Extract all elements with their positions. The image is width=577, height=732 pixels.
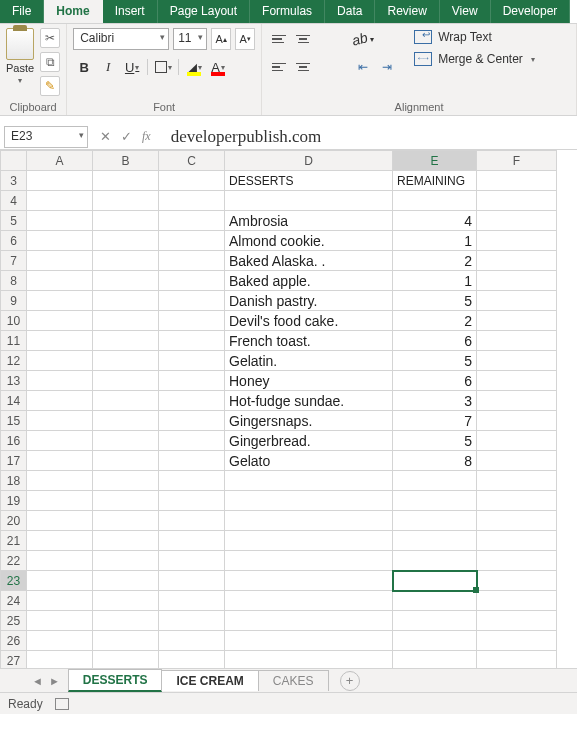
cell-A11[interactable] xyxy=(27,331,93,351)
cell-F4[interactable] xyxy=(477,191,557,211)
cell-F5[interactable] xyxy=(477,211,557,231)
cell-A4[interactable] xyxy=(27,191,93,211)
row-header-10[interactable]: 10 xyxy=(1,311,27,331)
tab-data[interactable]: Data xyxy=(325,0,375,23)
tab-pagelayout[interactable]: Page Layout xyxy=(158,0,250,23)
cell-D12[interactable]: Gelatin. xyxy=(225,351,393,371)
cell-F16[interactable] xyxy=(477,431,557,451)
cell-B21[interactable] xyxy=(93,531,159,551)
cell-F13[interactable] xyxy=(477,371,557,391)
cell-B3[interactable] xyxy=(93,171,159,191)
cell-C24[interactable] xyxy=(159,591,225,611)
cell-E26[interactable] xyxy=(393,631,477,651)
cell-A26[interactable] xyxy=(27,631,93,651)
cell-B5[interactable] xyxy=(93,211,159,231)
cell-A21[interactable] xyxy=(27,531,93,551)
cell-F24[interactable] xyxy=(477,591,557,611)
cell-F21[interactable] xyxy=(477,531,557,551)
cell-B9[interactable] xyxy=(93,291,159,311)
cell-E10[interactable]: 2 xyxy=(393,311,477,331)
cell-C17[interactable] xyxy=(159,451,225,471)
cell-A8[interactable] xyxy=(27,271,93,291)
cell-F22[interactable] xyxy=(477,551,557,571)
tab-developer[interactable]: Developer xyxy=(491,0,571,23)
row-header-16[interactable]: 16 xyxy=(1,431,27,451)
row-header-27[interactable]: 27 xyxy=(1,651,27,669)
cell-C26[interactable] xyxy=(159,631,225,651)
select-all-corner[interactable] xyxy=(1,151,27,171)
cell-C13[interactable] xyxy=(159,371,225,391)
cell-F17[interactable] xyxy=(477,451,557,471)
cell-B7[interactable] xyxy=(93,251,159,271)
font-size-select[interactable]: 11 xyxy=(173,28,207,50)
align-middle-button[interactable] xyxy=(292,28,314,50)
cell-D21[interactable] xyxy=(225,531,393,551)
cell-A12[interactable] xyxy=(27,351,93,371)
cell-C25[interactable] xyxy=(159,611,225,631)
row-header-22[interactable]: 22 xyxy=(1,551,27,571)
orientation-button[interactable]: ab▾ xyxy=(352,28,374,50)
cell-B11[interactable] xyxy=(93,331,159,351)
cell-A13[interactable] xyxy=(27,371,93,391)
cell-D23[interactable] xyxy=(225,571,393,591)
font-name-select[interactable]: Calibri xyxy=(73,28,169,50)
copy-button[interactable]: ⧉ xyxy=(40,52,60,72)
row-header-24[interactable]: 24 xyxy=(1,591,27,611)
cell-C21[interactable] xyxy=(159,531,225,551)
cell-B25[interactable] xyxy=(93,611,159,631)
cell-E17[interactable]: 8 xyxy=(393,451,477,471)
format-painter-button[interactable]: ✎ xyxy=(40,76,60,96)
cell-D20[interactable] xyxy=(225,511,393,531)
italic-button[interactable]: I xyxy=(97,56,119,78)
cell-D5[interactable]: Ambrosia xyxy=(225,211,393,231)
cell-B8[interactable] xyxy=(93,271,159,291)
cell-E9[interactable]: 5 xyxy=(393,291,477,311)
cell-F25[interactable] xyxy=(477,611,557,631)
cell-C3[interactable] xyxy=(159,171,225,191)
cell-C8[interactable] xyxy=(159,271,225,291)
cell-C5[interactable] xyxy=(159,211,225,231)
cell-A10[interactable] xyxy=(27,311,93,331)
cell-C16[interactable] xyxy=(159,431,225,451)
row-header-12[interactable]: 12 xyxy=(1,351,27,371)
cell-C9[interactable] xyxy=(159,291,225,311)
cell-C20[interactable] xyxy=(159,511,225,531)
cut-button[interactable]: ✂ xyxy=(40,28,60,48)
wrap-text-button[interactable]: Wrap Text xyxy=(410,28,539,46)
cell-B27[interactable] xyxy=(93,651,159,669)
cell-D14[interactable]: Hot-fudge sundae. xyxy=(225,391,393,411)
cell-D3[interactable]: DESSERTS xyxy=(225,171,393,191)
cell-D17[interactable]: Gelato xyxy=(225,451,393,471)
cell-A17[interactable] xyxy=(27,451,93,471)
align-right-button[interactable] xyxy=(316,56,338,78)
cell-F26[interactable] xyxy=(477,631,557,651)
cell-E22[interactable] xyxy=(393,551,477,571)
cell-E13[interactable]: 6 xyxy=(393,371,477,391)
row-header-4[interactable]: 4 xyxy=(1,191,27,211)
cell-E4[interactable] xyxy=(393,191,477,211)
cell-F3[interactable] xyxy=(477,171,557,191)
cell-B19[interactable] xyxy=(93,491,159,511)
cell-E7[interactable]: 2 xyxy=(393,251,477,271)
cell-A5[interactable] xyxy=(27,211,93,231)
name-box[interactable]: E23 xyxy=(4,126,88,148)
cell-D19[interactable] xyxy=(225,491,393,511)
cell-A3[interactable] xyxy=(27,171,93,191)
cell-E25[interactable] xyxy=(393,611,477,631)
cell-A27[interactable] xyxy=(27,651,93,669)
border-button[interactable]: ▾ xyxy=(152,56,174,78)
cell-B18[interactable] xyxy=(93,471,159,491)
cell-B4[interactable] xyxy=(93,191,159,211)
cell-E3[interactable]: REMAINING xyxy=(393,171,477,191)
cell-A18[interactable] xyxy=(27,471,93,491)
cell-D4[interactable] xyxy=(225,191,393,211)
row-header-6[interactable]: 6 xyxy=(1,231,27,251)
cancel-formula-button[interactable]: ✕ xyxy=(100,129,111,144)
cell-D9[interactable]: Danish pastry. xyxy=(225,291,393,311)
cell-F9[interactable] xyxy=(477,291,557,311)
col-header-E[interactable]: E xyxy=(393,151,477,171)
cell-D13[interactable]: Honey xyxy=(225,371,393,391)
sheet-tab-cakes[interactable]: CAKES xyxy=(258,670,329,691)
col-header-F[interactable]: F xyxy=(477,151,557,171)
row-header-11[interactable]: 11 xyxy=(1,331,27,351)
